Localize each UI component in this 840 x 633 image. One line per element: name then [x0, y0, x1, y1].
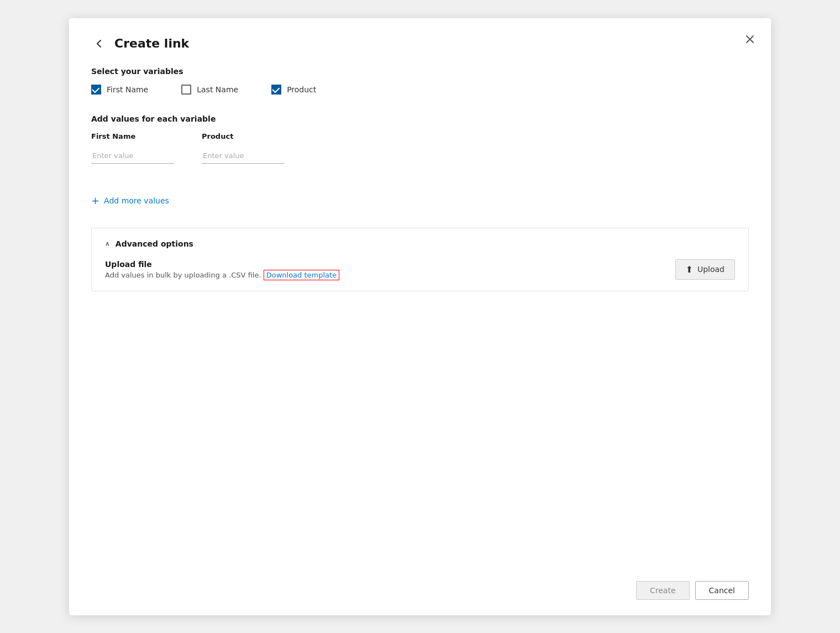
checkbox-product-input[interactable]	[271, 85, 281, 95]
value-input-product[interactable]	[202, 148, 285, 164]
close-button[interactable]	[742, 32, 758, 47]
value-input-firstname[interactable]	[91, 148, 174, 164]
download-template-link[interactable]: Download template	[264, 270, 339, 280]
upload-description: Add values in bulk by uploading a .CSV f…	[105, 271, 339, 279]
chevron-icon: ∧	[105, 240, 110, 248]
upload-text-block: Upload file Add values in bulk by upload…	[105, 260, 339, 279]
dialog-header: Create link	[91, 36, 749, 51]
values-columns: First Name Product	[91, 132, 749, 164]
advanced-options-header[interactable]: ∧ Advanced options	[105, 239, 735, 248]
checkbox-product[interactable]: Product	[271, 85, 316, 95]
add-more-label: Add more values	[104, 196, 169, 205]
upload-button[interactable]: ⬆ Upload	[675, 259, 735, 280]
variables-row: First Name Last Name Product	[91, 85, 749, 95]
cancel-button[interactable]: Cancel	[695, 581, 749, 600]
upload-button-label: Upload	[697, 265, 725, 274]
advanced-section: ∧ Advanced options Upload file Add value…	[91, 228, 749, 291]
plus-icon: +	[91, 196, 99, 206]
column-label-product: Product	[202, 132, 290, 140]
upload-row: Upload file Add values in bulk by upload…	[105, 259, 735, 280]
checkbox-product-label: Product	[287, 85, 316, 94]
upload-title: Upload file	[105, 260, 339, 269]
column-label-firstname: First Name	[91, 132, 180, 140]
value-column-firstname: First Name	[91, 132, 180, 164]
variables-section-title: Select your variables	[91, 67, 749, 76]
dialog-footer: Create Cancel	[91, 570, 749, 600]
create-button[interactable]: Create	[636, 581, 690, 600]
checkbox-last-name[interactable]: Last Name	[181, 85, 238, 95]
dialog-title: Create link	[114, 36, 189, 50]
value-column-product: Product	[202, 132, 290, 164]
values-section: First Name Product	[91, 132, 749, 177]
back-button[interactable]	[91, 36, 107, 51]
upload-icon: ⬆	[686, 264, 693, 275]
checkbox-last-name-input[interactable]	[181, 85, 191, 95]
upload-description-text: Add values in bulk by uploading a .CSV f…	[105, 271, 261, 279]
checkbox-last-name-label: Last Name	[197, 85, 238, 94]
checkbox-first-name[interactable]: First Name	[91, 85, 148, 95]
create-link-dialog: Create link Select your variables First …	[69, 18, 771, 615]
checkbox-first-name-input[interactable]	[91, 85, 101, 95]
add-more-button[interactable]: + Add more values	[91, 193, 749, 208]
advanced-options-title: Advanced options	[116, 239, 193, 248]
checkbox-first-name-label: First Name	[107, 85, 148, 94]
values-section-title: Add values for each variable	[91, 114, 749, 123]
